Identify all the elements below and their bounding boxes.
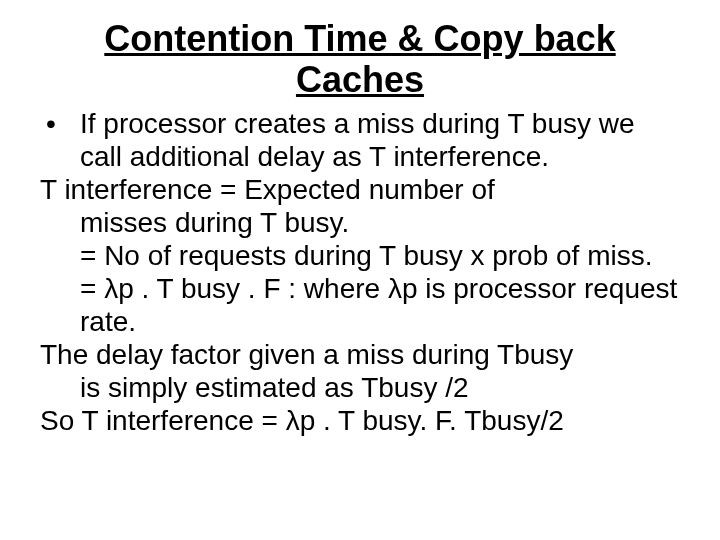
slide-title: Contention Time & Copy back Caches [40, 18, 680, 101]
body-line-2: misses during T busy. [40, 206, 680, 239]
body-line-5: The delay factor given a miss during Tbu… [40, 338, 680, 371]
slide: Contention Time & Copy back Caches • If … [0, 0, 720, 540]
body-line-3: = No of requests during T busy x prob of… [40, 239, 680, 272]
slide-body: • If processor creates a miss during T b… [40, 107, 680, 437]
bullet-marker: • [40, 107, 80, 173]
body-line-1: T interference = Expected number of [40, 173, 680, 206]
body-line-7: So T interference = λp . T busy. F. Tbus… [40, 404, 680, 437]
body-line-6: is simply estimated as Tbusy /2 [40, 371, 680, 404]
bullet-item: • If processor creates a miss during T b… [40, 107, 680, 173]
bullet-text: If processor creates a miss during T bus… [80, 107, 680, 173]
body-line-4: = λp . T busy . F : where λp is processo… [40, 272, 680, 338]
